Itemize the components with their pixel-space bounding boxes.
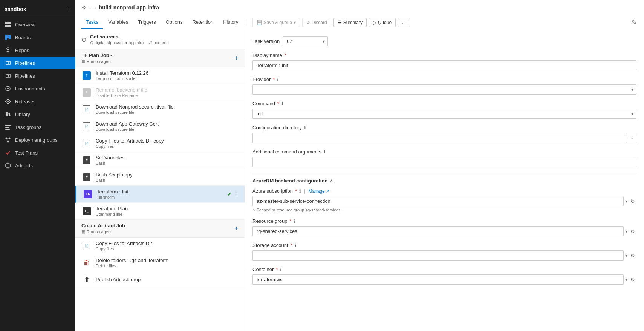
container-info-icon[interactable]: ℹ <box>280 267 282 272</box>
sidebar-item-library[interactable]: Library <box>0 108 75 121</box>
sidebar-item-task-groups[interactable]: Task groups <box>0 121 75 133</box>
task-item-install-terraform[interactable]: T Install Terraform 0.12.26 Terraform to… <box>75 67 245 84</box>
add-task-button[interactable]: + <box>234 54 239 62</box>
backend-collapse-icon[interactable]: ∧ <box>330 178 333 184</box>
create-artifact-job-subtitle: ▦ Run on agent <box>81 229 125 234</box>
job-header-info: TF Plan Job - ▦ Run on agent <box>81 52 112 64</box>
storage-account-refresh-button[interactable]: ↻ <box>629 252 636 259</box>
discard-button[interactable]: ↺ Discard <box>302 18 331 27</box>
edit-button[interactable]: ✎ <box>630 17 638 28</box>
breadcrumb-more-icon[interactable]: ··· <box>89 5 93 11</box>
get-sources-item[interactable]: ⊙ Get sources ⊙ digital-alpha/soter-appi… <box>75 30 245 49</box>
task-version-select[interactable]: 0.* <box>283 36 328 46</box>
get-sources-repo: ⊙ digital-alpha/soter-appinfra <box>90 40 144 45</box>
sidebar-item-overview[interactable]: Overview <box>0 18 75 31</box>
add-artifact-task-button[interactable]: + <box>234 225 239 233</box>
task-item-rename-backend[interactable]: F Rename: backend.tf file Disabled: File… <box>75 84 245 101</box>
get-sources-info: Get sources ⊙ digital-alpha/soter-appinf… <box>90 34 239 45</box>
additional-args-input[interactable] <box>252 157 636 167</box>
provider-info-icon[interactable]: ℹ <box>277 77 279 82</box>
task-item-bash-script-copy[interactable]: # Bash Script copy Bash <box>75 169 245 186</box>
command-info-icon[interactable]: ℹ <box>281 101 283 106</box>
task-item-delete-folders[interactable]: 🗑 Delete folders : .git and .terraform D… <box>75 254 245 271</box>
azure-sub-refresh-button[interactable]: ↻ <box>629 198 636 205</box>
task-name: Bash Script copy <box>96 172 239 178</box>
storage-account-select[interactable] <box>252 250 624 261</box>
sidebar-item-library-label: Library <box>15 112 30 117</box>
task-item-copy-files-artifacts[interactable]: 📄 Copy Files to: Artifacts Dir Copy file… <box>75 238 245 254</box>
svg-rect-15 <box>5 127 9 128</box>
task-item-copy-files[interactable]: 📄 Copy Files to: Artifacts Dir copy Copy… <box>75 135 245 152</box>
additional-args-info-icon[interactable]: ℹ <box>324 149 326 155</box>
sidebar-item-pipelines-sub[interactable]: Pipelines <box>0 69 75 82</box>
task-item-download-gateway[interactable]: 📄 Download App Gateway Cert Download sec… <box>75 118 245 135</box>
github-icon: ⊙ <box>90 40 93 45</box>
sidebar-item-boards[interactable]: Boards <box>0 31 75 44</box>
manage-link[interactable]: Manage ↗ <box>308 188 329 194</box>
config-dir-browse-button[interactable]: ··· <box>626 133 636 143</box>
azure-sub-label-row: Azure subscription * ℹ | Manage ↗ <box>252 188 636 194</box>
config-dir-info-icon[interactable]: ℹ <box>304 125 306 130</box>
breadcrumb-home-icon[interactable]: ⚙ <box>81 5 86 11</box>
save-queue-button[interactable]: 💾 Save & queue ▾ <box>252 18 300 27</box>
task-info: Copy Files to: Artifacts Dir Copy files <box>96 241 239 251</box>
azure-sub-label: Azure subscription <box>252 188 293 194</box>
sidebar-item-repos[interactable]: Repos <box>0 44 75 57</box>
task-more-icon[interactable]: ⋮ <box>233 191 239 197</box>
task-item-publish-artifact[interactable]: ⬆ Publish Artifact: drop <box>75 271 245 288</box>
task-info: Terraform Plan Command line <box>96 206 239 216</box>
provider-select[interactable] <box>252 84 636 95</box>
task-item-terraform-init[interactable]: TF Terraform : Init Terraform ✔ ⋮ <box>75 186 245 203</box>
tab-history[interactable]: History <box>219 16 243 29</box>
copy-icon: 📄 <box>83 139 90 147</box>
tab-triggers[interactable]: Triggers <box>133 16 160 29</box>
tab-tasks[interactable]: Tasks <box>81 16 103 29</box>
sidebar-item-artifacts[interactable]: Artifacts <box>0 159 75 172</box>
resource-group-info-icon[interactable]: ℹ <box>294 219 296 224</box>
task-check-icon: ✔ <box>227 191 232 197</box>
svg-point-17 <box>6 138 8 139</box>
more-options-button[interactable]: ... <box>398 18 410 27</box>
container-refresh-button[interactable]: ↻ <box>629 276 636 283</box>
task-item-download-nonprod[interactable]: 📄 Download Nonprod secure .tfvar file. D… <box>75 101 245 118</box>
storage-account-label-row: Storage account * ℹ <box>252 242 636 248</box>
resource-group-select-wrap: rg-shared-services ▾ ↻ <box>252 226 636 236</box>
tab-variables[interactable]: Variables <box>104 16 133 29</box>
task-name: Set Variables <box>96 155 239 161</box>
provider-required: * <box>273 77 275 82</box>
resource-group-select[interactable]: rg-shared-services <box>252 226 624 236</box>
resource-group-refresh-button[interactable]: ↻ <box>629 228 636 235</box>
provider-row: Provider * ℹ ▾ <box>252 77 636 95</box>
sidebar-item-pipelines[interactable]: Pipelines <box>0 57 75 69</box>
summary-button[interactable]: ☰ Summary <box>333 18 367 27</box>
config-dir-input[interactable] <box>252 133 624 143</box>
task-item-terraform-plan[interactable]: >_ Terraform Plan Command line <box>75 203 245 220</box>
sidebar-item-environments[interactable]: Environments <box>0 82 75 95</box>
tf-plan-job-header: TF Plan Job - ▦ Run on agent + <box>75 49 245 67</box>
sidebar-item-deployment-groups[interactable]: Deployment groups <box>0 133 75 146</box>
tabbar: Tasks Variables Triggers Options Retenti… <box>75 15 644 30</box>
task-item-set-variables[interactable]: # Set Variables Bash <box>75 152 245 169</box>
sidebar-item-test-plans[interactable]: Test Plans <box>0 146 75 159</box>
svg-rect-0 <box>5 22 8 24</box>
branch-icon: ⎇ <box>147 40 152 45</box>
svg-rect-6 <box>9 35 11 39</box>
tab-retention[interactable]: Retention <box>188 16 218 29</box>
azure-sub-select[interactable]: az-master-sub-service-connection <box>252 196 624 206</box>
azure-sub-info-icon[interactable]: ℹ <box>299 188 301 194</box>
sidebar-item-releases[interactable]: Releases <box>0 95 75 108</box>
external-link-icon: ↗ <box>326 188 329 194</box>
command-select[interactable]: init <box>252 109 636 119</box>
add-org-button[interactable]: + <box>67 6 71 12</box>
container-required: * <box>276 267 278 272</box>
container-select[interactable]: terraformws <box>252 274 624 285</box>
display-name-input[interactable] <box>252 60 636 70</box>
get-sources-branch: ⎇ nonprod <box>147 40 168 45</box>
tab-options[interactable]: Options <box>161 16 187 29</box>
hash-icon: # <box>83 156 90 164</box>
task-info: Delete folders : .git and .terraform Del… <box>96 257 239 268</box>
queue-button[interactable]: ▷ Queue <box>369 18 396 27</box>
task-name: Copy Files to: Artifacts Dir copy <box>96 138 239 144</box>
sidebar-item-boards-label: Boards <box>15 35 31 40</box>
storage-account-info-icon[interactable]: ℹ <box>295 243 297 248</box>
